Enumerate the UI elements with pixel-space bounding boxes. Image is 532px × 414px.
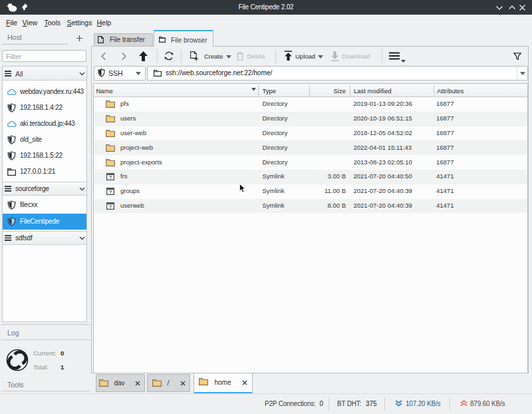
svg-text:?: ?	[108, 204, 112, 210]
svg-text:?: ?	[108, 174, 112, 180]
svg-text:?: ?	[108, 189, 112, 195]
